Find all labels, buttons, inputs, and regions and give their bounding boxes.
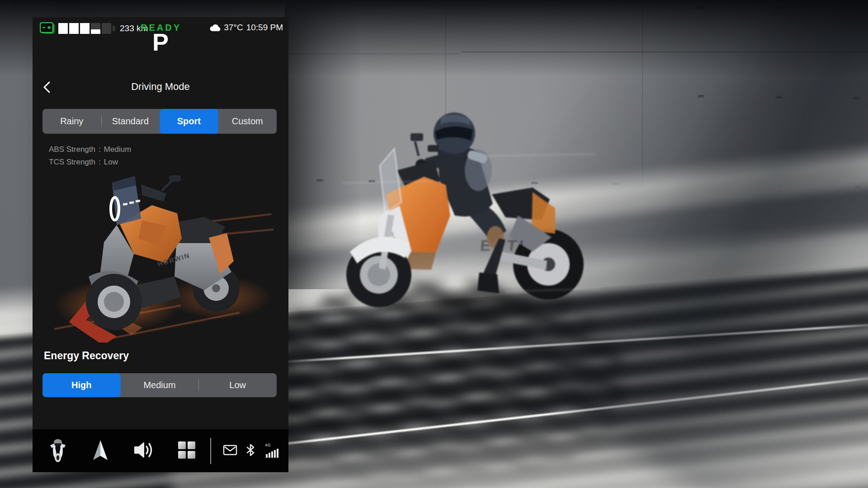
scooter-render: HORWIN bbox=[45, 170, 275, 343]
dock-volume-button[interactable] bbox=[134, 441, 154, 460]
navigation-arrow-icon bbox=[92, 439, 109, 461]
promo-rear-hub bbox=[212, 284, 220, 292]
tab-standard[interactable]: Standard bbox=[101, 109, 160, 134]
battery-segment bbox=[69, 23, 79, 34]
separator: : bbox=[99, 145, 101, 154]
rider-on-motorcycle: ENTI bbox=[343, 102, 600, 323]
battery-segment bbox=[91, 23, 100, 34]
energy-recovery-toggle: High Medium Low bbox=[42, 373, 277, 397]
scooter-promo-image: HORWIN bbox=[45, 170, 275, 343]
energy-recovery-title: Energy Recovery bbox=[44, 350, 129, 362]
mode-info: ABS Strength:Medium TCS Strength:Low bbox=[49, 143, 131, 169]
vehicle-infotainment-screen: ENTI bbox=[0, 0, 868, 488]
clock: 10:59 PM bbox=[246, 23, 283, 33]
bluetooth-icon bbox=[245, 443, 255, 457]
battery-cap bbox=[113, 26, 115, 31]
abs-label: ABS Strength bbox=[49, 145, 95, 154]
dock-messages-button[interactable] bbox=[223, 445, 237, 457]
battery-segment bbox=[102, 23, 111, 34]
abs-strength-row: ABS Strength:Medium bbox=[49, 143, 131, 156]
promo-mirror bbox=[169, 175, 181, 182]
battery-level-segments bbox=[58, 23, 115, 34]
cloud-icon bbox=[209, 24, 221, 32]
dock-bluetooth-button[interactable] bbox=[245, 443, 255, 459]
battery-icon bbox=[40, 22, 55, 35]
dock-signal-indicator[interactable]: 4G bbox=[265, 444, 280, 458]
bottom-dock: 4G bbox=[33, 429, 288, 472]
page-title: Driving Mode bbox=[33, 81, 288, 93]
front-disc bbox=[368, 263, 390, 286]
energy-option-medium[interactable]: Medium bbox=[121, 373, 199, 397]
temperature: 37°C bbox=[224, 23, 243, 33]
title-bar: Driving Mode bbox=[33, 80, 288, 94]
energy-option-low[interactable]: Low bbox=[198, 373, 277, 397]
tab-divider bbox=[101, 115, 102, 127]
mirror-left bbox=[410, 133, 423, 141]
tcs-value: Low bbox=[104, 158, 118, 166]
promo-handlebar bbox=[141, 184, 166, 202]
tcs-strength-row: TCS Strength:Low bbox=[49, 156, 131, 169]
mirror-stalk bbox=[415, 141, 419, 156]
rider-boot bbox=[477, 272, 499, 293]
weather-time: 37°C 10:59 PM bbox=[209, 23, 283, 33]
dock-scooter-button[interactable] bbox=[49, 437, 66, 465]
dock-divider bbox=[210, 438, 211, 464]
battery-status: 233 km bbox=[40, 22, 148, 35]
battery-segment bbox=[58, 23, 68, 34]
tab-sport[interactable]: Sport bbox=[160, 109, 218, 134]
messages-icon bbox=[223, 445, 237, 455]
dock-navigation-button[interactable] bbox=[92, 439, 109, 463]
tab-rainy[interactable]: Rainy bbox=[42, 109, 101, 134]
separator: : bbox=[99, 158, 101, 166]
cellular-signal-icon bbox=[265, 447, 280, 458]
apps-grid-icon bbox=[178, 441, 196, 459]
volume-icon bbox=[134, 441, 154, 459]
tcs-label: TCS Strength bbox=[49, 158, 95, 166]
driving-mode-tabs: Rainy Standard Sport Custom bbox=[42, 109, 277, 134]
promo-front-disc bbox=[104, 292, 124, 312]
battery-segment bbox=[80, 23, 90, 34]
mirror-right bbox=[428, 145, 439, 152]
toggle-divider bbox=[198, 379, 199, 391]
energy-option-high[interactable]: High bbox=[42, 373, 121, 397]
gear-indicator: P bbox=[152, 30, 169, 54]
dock-apps-button[interactable] bbox=[178, 441, 196, 461]
abs-value: Medium bbox=[104, 145, 131, 154]
tab-custom[interactable]: Custom bbox=[218, 109, 277, 134]
scooter-icon bbox=[49, 437, 66, 463]
driving-mode-panel: 233 km READY 37°C 10:59 PM P Driving Mod… bbox=[33, 17, 288, 472]
